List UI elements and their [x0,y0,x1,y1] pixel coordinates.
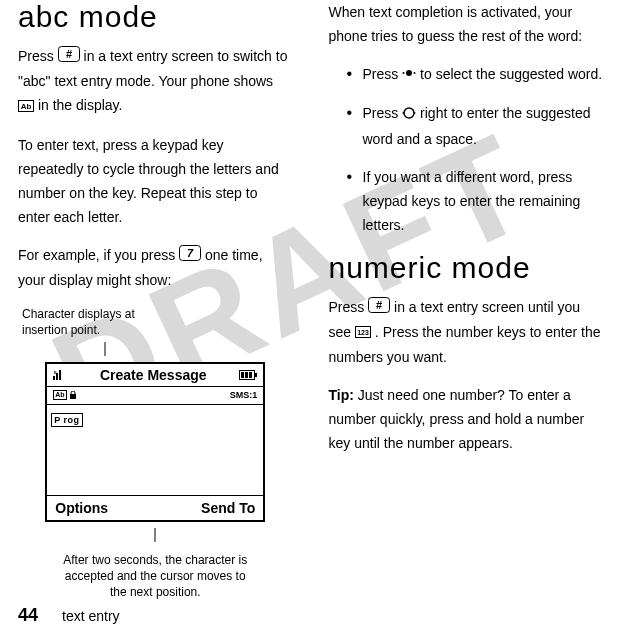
tip-text: Just need one number? To enter a number … [329,387,585,451]
svg-text:#: # [66,48,72,60]
numeric-para: Press # in a text entry screen until you… [329,295,604,370]
abc-para-1c: in the display. [38,97,123,113]
svg-point-22 [403,112,405,114]
svg-rect-16 [70,394,76,399]
seven-key-icon: 7 [179,244,201,268]
completion-list: Press to select the suggested word. Pres… [347,62,604,237]
annotation-line-top [18,342,293,360]
phone-body: P rog [47,405,263,495]
annotation-line-bottom [18,528,293,546]
svg-text:7: 7 [187,247,194,259]
abc-para-3a: For example, if you press [18,247,179,263]
svg-rect-9 [59,370,61,380]
svg-point-20 [414,72,416,74]
phone-titlebar: E Create Message [47,364,263,387]
sms-counter: SMS:1 [230,390,258,400]
caption-top: Character displays at insertion point. [22,306,172,338]
bullet1b: to select the suggested word. [420,66,602,82]
phone-statusbar: Ab SMS:1 [47,387,263,405]
abc-para-2: To enter text, press a keypad key repeat… [18,133,293,229]
page-columns: abc mode Press # in a text entry screen … [0,0,621,606]
page-footer: 44 text entry [18,605,120,626]
page-number: 44 [18,605,38,626]
mode-badge: Ab [53,390,76,400]
lock-icon [69,391,77,399]
svg-rect-7 [53,376,55,380]
heading-abc-mode: abc mode [18,0,293,34]
svg-point-19 [403,72,405,74]
tip-label: Tip: [329,387,354,403]
tip-paragraph: Tip: Just need one number? To enter a nu… [329,383,604,455]
svg-rect-13 [241,372,244,378]
bullet-right-word: Press right to enter the suggested word … [347,101,604,150]
svg-text:#: # [376,299,382,311]
phone-title: Create Message [67,367,239,383]
bullet-select-word: Press to select the suggested word. [347,62,604,87]
right-column: When text completion is activated, your … [311,0,604,606]
svg-rect-12 [255,373,257,377]
svg-rect-15 [249,372,252,378]
completion-intro: When text completion is activated, your … [329,0,604,48]
bullet1a: Press [363,66,403,82]
nav-key-icon [402,103,416,127]
hash-key-icon-2: # [368,296,390,320]
softkey-left: Options [55,500,108,516]
caption-bottom: After two seconds, the character is acce… [55,552,255,600]
heading-numeric-mode: numeric mode [329,251,604,285]
footer-section: text entry [62,608,120,624]
svg-point-21 [404,108,414,118]
bullet-different-word: If you want a different word, press keyp… [347,165,604,237]
battery-icon [239,366,257,384]
svg-rect-14 [245,372,248,378]
abc-para-1: Press # in a text entry screen to switch… [18,44,293,119]
left-column: abc mode Press # in a text entry screen … [18,0,311,606]
svg-text:123: 123 [357,329,369,336]
center-key-icon [402,63,416,87]
mode-label: Ab [53,390,66,400]
numeric-para-a: Press [329,299,369,315]
signal-icon: E [53,366,67,384]
svg-text:Ab: Ab [21,102,32,111]
typed-text: P rog [51,413,82,427]
phone-screen: E Create Message Ab SMS:1 P rog Options … [45,362,265,522]
svg-point-23 [414,112,416,114]
hash-key-icon: # [58,45,80,69]
svg-text:E: E [54,370,57,375]
bullet2a: Press [363,105,403,121]
ab-mode-icon: Ab [18,95,34,119]
numeric-mode-icon: 123 [355,321,371,345]
svg-point-18 [406,70,412,76]
abc-para-1a: Press [18,48,58,64]
phone-softkeys: Options Send To [47,495,263,520]
abc-para-3: For example, if you press 7 one time, yo… [18,243,293,292]
softkey-right: Send To [201,500,255,516]
